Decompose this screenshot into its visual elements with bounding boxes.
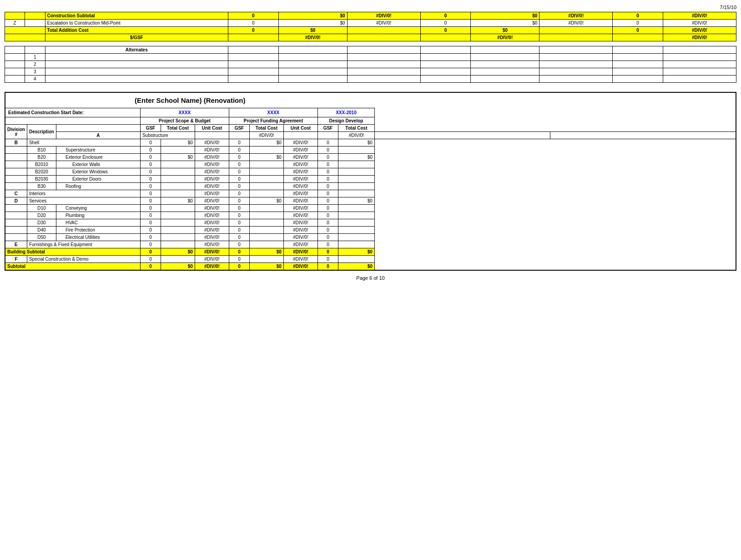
row-b2020-tc2 — [249, 168, 283, 176]
row-f: F Special Construction & Demo 0 #DIV/0! … — [5, 256, 736, 263]
row-a-ref: A — [56, 132, 140, 139]
alt-h-e7 — [471, 46, 539, 54]
alt2-c4 — [420, 61, 471, 68]
st-gsf1: 0 — [140, 263, 161, 271]
row-c-ref: C — [5, 190, 27, 197]
row-d50-tc3 — [338, 234, 374, 241]
group1-label: Project Scope & Budget — [140, 117, 229, 125]
alt4-c7 — [613, 76, 663, 83]
row-f-tc3 — [338, 256, 374, 263]
row-a-desc: Substructure — [140, 132, 195, 139]
bs-gsf1: 0 — [140, 248, 161, 256]
row-e-gsf3: 0 — [318, 241, 338, 248]
row-e-ref: E — [5, 241, 27, 248]
row-d40-gsf1: 0 — [140, 227, 161, 234]
row-b2020-sub: B2020 — [27, 168, 56, 176]
cs-empty1 — [5, 12, 25, 20]
esc-qty2: 0 — [420, 20, 471, 27]
alt1-c1 — [228, 54, 279, 61]
bs-tc1: $0 — [161, 248, 195, 256]
alt2-c1 — [228, 61, 279, 68]
row-b2010-sub: B2010 — [27, 161, 56, 168]
row-b2010-tc1 — [161, 161, 195, 168]
page-footer: Page 6 of 10 — [5, 275, 736, 281]
bs-tc2: $0 — [249, 248, 283, 256]
row-b20: B20 Exterior Enclosure 0 $0 #DIV/0! 0 $0… — [5, 154, 736, 161]
alt1-desc — [45, 54, 228, 61]
row-b-gsf2: 0 — [229, 139, 249, 146]
row-d30-uc1: #DIV/0! — [195, 219, 229, 227]
row-b20-tc2: $0 — [249, 154, 283, 161]
row-b10-tc3 — [338, 146, 374, 154]
st-gsf3: 0 — [318, 263, 338, 271]
alt4-c2 — [278, 76, 347, 83]
row-d50-tc1 — [161, 234, 195, 241]
alt1-c5 — [471, 54, 539, 61]
tc3-header: Total Cost — [338, 125, 374, 132]
row-b2020-gsf2: 0 — [229, 168, 249, 176]
desc-header-empty — [56, 125, 140, 132]
row-c-gsf3: 0 — [318, 190, 338, 197]
alt-h-e8 — [539, 46, 613, 54]
row-b10: B10 Superstructure 0 #DIV/0! 0 #DIV/0! 0 — [5, 146, 736, 154]
cs-qty: 0 — [228, 12, 279, 20]
row-d10-tc1 — [161, 205, 195, 212]
gsf-uc3: #DIV/0! — [663, 34, 736, 41]
bs-gsf2: 0 — [229, 248, 249, 256]
row-e: E Furnishings & Fixed Equipment 0 #DIV/0… — [5, 241, 736, 248]
bs-uc2: #DIV/0! — [283, 248, 318, 256]
row-b-gsf1: 0 — [140, 139, 161, 146]
alt2-c7 — [613, 61, 663, 68]
row-b2020-ref — [5, 168, 27, 176]
cs-total-cost2: $0 — [471, 12, 539, 20]
row-d-desc: Services — [27, 197, 140, 205]
row-d30-uc2: #DIV/0! — [283, 219, 318, 227]
alt-h-e2 — [25, 46, 45, 54]
row-b2020-tc1 — [161, 168, 195, 176]
esc-unit-cost: #DIV/0! — [347, 20, 420, 27]
alt3-c7 — [613, 68, 663, 76]
subtotal-label: Subtotal — [5, 263, 140, 271]
uc1-header: Unit Cost — [195, 125, 229, 132]
row-d10-uc2: #DIV/0! — [283, 205, 318, 212]
row-b30-sub: B30 — [27, 183, 56, 190]
row-b2010-ref — [5, 161, 27, 168]
gsf-e4 — [539, 34, 613, 41]
bs-tc3: $0 — [338, 248, 374, 256]
row-b10-tc2 — [249, 146, 283, 154]
row-e-uc1: #DIV/0! — [195, 241, 229, 248]
row-b2010-gsf3: 0 — [318, 161, 338, 168]
row-f-desc: Special Construction & Demo — [27, 256, 140, 263]
alt-h-e9 — [613, 46, 663, 54]
row-b-uc1: #DIV/0! — [195, 139, 229, 146]
gsf-label: $/GSF — [45, 34, 228, 41]
row-c-uc2: #DIV/0! — [283, 190, 318, 197]
gsf-e3 — [420, 34, 471, 41]
escalation-label: Escalation to Construction Mid-Point — [45, 20, 228, 27]
row-b30-tc3 — [338, 183, 374, 190]
alt-row-3: 3 — [5, 68, 736, 76]
row-b10-gsf2: 0 — [229, 146, 249, 154]
row-b2010-uc1: #DIV/0! — [195, 161, 229, 168]
row-b20-tc3: $0 — [338, 154, 374, 161]
row-b30-gsf2: 0 — [229, 183, 249, 190]
alt-h-e3 — [228, 46, 279, 54]
row-b30-gsf3: 0 — [318, 183, 338, 190]
col3-code: XXX-2010 — [318, 108, 374, 117]
row-d-gsf1: 0 — [140, 197, 161, 205]
row-e-gsf1: 0 — [140, 241, 161, 248]
row-e-uc2: #DIV/0! — [283, 241, 318, 248]
row-d40-tc2 — [249, 227, 283, 234]
row-a-gsf3 — [374, 132, 550, 139]
alt3-c8 — [663, 68, 736, 76]
row-d40-uc2: #DIV/0! — [283, 227, 318, 234]
row-d20-gsf2: 0 — [229, 212, 249, 219]
cs-unit-cost: #DIV/0! — [347, 12, 420, 20]
row-b2020-gsf3: 0 — [318, 168, 338, 176]
group3-label: Design Develop — [318, 117, 374, 125]
tac-total-cost: $0 — [278, 27, 347, 34]
row-e-tc1 — [161, 241, 195, 248]
row-b2010-tc3 — [338, 161, 374, 168]
row-b20-gsf2: 0 — [229, 154, 249, 161]
alt2-num: 2 — [25, 61, 45, 68]
